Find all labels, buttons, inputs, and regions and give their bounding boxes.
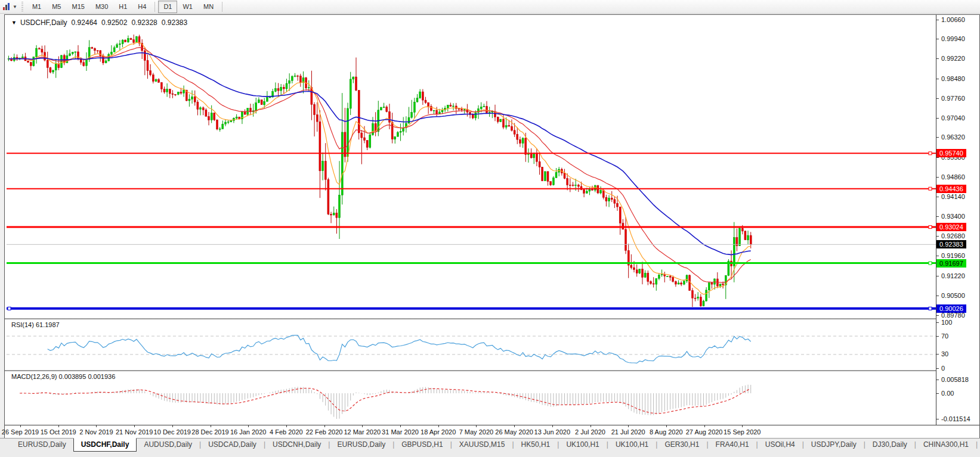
level-price-label-0.94436: 0.94436 bbox=[936, 185, 966, 193]
date-tick bbox=[742, 425, 743, 427]
date-tick bbox=[476, 425, 477, 427]
rsi-chart bbox=[7, 319, 936, 370]
timeframe-button-mn[interactable]: MN bbox=[198, 1, 219, 13]
price-tick-0.99220: 0.99220 bbox=[936, 55, 965, 63]
date-label-21-jul-2020: 21 Jul 2020 bbox=[611, 428, 645, 436]
price-tick-0.97760: 0.97760 bbox=[936, 95, 965, 102]
date-label-27-aug-2020: 27 Aug 2020 bbox=[686, 428, 723, 436]
tab-eurusd-daily[interactable]: EURUSD,Daily bbox=[330, 439, 392, 451]
date-label-15-oct-2019: 15 Oct 2019 bbox=[41, 428, 76, 436]
timeframe-button-m30[interactable]: M30 bbox=[90, 1, 113, 13]
price-tick-1.00660: 1.00660 bbox=[936, 16, 965, 24]
rsi-pane[interactable]: RSI(14) 61.1987 bbox=[7, 319, 936, 370]
timeframe-button-w1[interactable]: W1 bbox=[177, 1, 198, 13]
tab-eurusd-daily[interactable]: EURUSD,Daily bbox=[11, 439, 73, 451]
price-tick-0.92680: 0.92680 bbox=[936, 232, 965, 240]
date-tick bbox=[362, 425, 363, 427]
date-label-28-dec-2019: 28 Dec 2019 bbox=[191, 428, 228, 436]
chart-periods-glyph bbox=[2, 2, 11, 11]
macd-tick--0.011514: -0.011514 bbox=[936, 415, 970, 423]
candlestick-chart bbox=[7, 15, 936, 318]
time-axis[interactable]: 26 Sep 201915 Oct 20192 Nov 201921 Nov 2… bbox=[5, 425, 979, 438]
level-price-label-0.93024: 0.93024 bbox=[936, 223, 966, 231]
date-label-22-feb-2020: 22 Feb 2020 bbox=[306, 428, 343, 436]
tab-china300-h1[interactable]: CHINA300,H1 bbox=[916, 439, 976, 451]
price-pane[interactable]: ▼ USDCHF,Daily 0.92464 0.92502 0.92328 0… bbox=[7, 15, 936, 318]
macd-chart bbox=[7, 371, 936, 425]
tab-dj30-daily[interactable]: DJ30,Daily bbox=[865, 439, 914, 451]
toolbar-separator bbox=[154, 2, 155, 12]
timeframe-button-d1[interactable]: D1 bbox=[158, 1, 177, 13]
tab-hk50-h1[interactable]: HK50,H1 bbox=[514, 439, 558, 451]
rsi-label: RSI(14) 61.1987 bbox=[11, 321, 60, 328]
tab-audusd-daily[interactable]: AUDUSD,Daily bbox=[137, 439, 199, 451]
macd-pane[interactable]: MACD(12,26,9) 0.003895 0.001936 bbox=[7, 371, 936, 425]
rsi-tick-70: 70 bbox=[936, 332, 948, 340]
date-tick bbox=[58, 425, 59, 427]
timeframe-toolbar: ▼ M1M5M15M30H1H4D1W1MN bbox=[0, 0, 980, 14]
tab-uk100-h1[interactable]: UK100,H1 bbox=[559, 439, 606, 451]
date-tick bbox=[438, 425, 439, 427]
toolbar-drag-handle[interactable] bbox=[21, 2, 23, 11]
date-tick bbox=[134, 425, 135, 427]
date-tick bbox=[552, 425, 553, 427]
tab-fra40-h1[interactable]: FRA40,H1 bbox=[709, 439, 756, 451]
chart-subwindow: ▼ USDCHF,Daily 0.92464 0.92502 0.92328 0… bbox=[4, 14, 980, 439]
chart-periods-icon[interactable] bbox=[2, 2, 11, 11]
tab-usdchf-daily[interactable]: USDCHF,Daily bbox=[73, 438, 137, 452]
tab-ger30-h1[interactable]: GER30,H1 bbox=[657, 439, 706, 451]
date-tick bbox=[591, 425, 591, 427]
timeframe-button-m1[interactable]: M1 bbox=[27, 1, 47, 13]
timeframe-button-h1[interactable]: H1 bbox=[113, 1, 132, 13]
date-tick bbox=[324, 425, 325, 427]
price-tick-0.97040: 0.97040 bbox=[936, 114, 965, 122]
tab-gbpusd-h1[interactable]: GBPUSD,H1 bbox=[394, 439, 450, 451]
date-tick bbox=[248, 425, 249, 427]
timeframe-button-m15[interactable]: M15 bbox=[66, 1, 89, 13]
date-label-21-nov-2019: 21 Nov 2019 bbox=[116, 428, 153, 436]
tab-usoil-h[interactable]: USOil,H bbox=[978, 439, 980, 451]
price-tick-0.90500: 0.90500 bbox=[936, 292, 965, 300]
date-label-13-jun-2020: 13 Jun 2020 bbox=[534, 428, 571, 436]
price-tick-0.94860: 0.94860 bbox=[936, 173, 965, 181]
level-price-label-0.95740: 0.95740 bbox=[936, 149, 966, 157]
price-tick-0.96320: 0.96320 bbox=[936, 133, 965, 141]
rsi-tick-100: 100 bbox=[936, 319, 952, 327]
mt4-window: ▼ M1M5M15M30H1H4D1W1MN ▼ USDCHF,Daily 0.… bbox=[0, 0, 980, 457]
tab-usdcad-daily[interactable]: USDCAD,Daily bbox=[201, 439, 264, 451]
timeframe-buttons: M1M5M15M30H1H4D1W1MN bbox=[27, 1, 225, 13]
price-axis[interactable]: 1.006600.999400.992200.984800.977600.970… bbox=[936, 15, 979, 425]
rsi-tick-0: 0 bbox=[936, 365, 945, 372]
chart-title-open: 0.92464 bbox=[72, 18, 97, 27]
price-tick-0.99940: 0.99940 bbox=[936, 35, 965, 43]
rsi-tick-30: 30 bbox=[936, 350, 948, 358]
tab-usdjpy-daily[interactable]: USDJPY,Daily bbox=[804, 439, 864, 451]
date-tick bbox=[628, 425, 629, 427]
macd-tick-0.00: 0.00 bbox=[936, 390, 954, 397]
date-label-7-may-2020: 7 May 2020 bbox=[459, 428, 493, 436]
tab-usdcnh-daily[interactable]: USDCNH,Daily bbox=[265, 439, 328, 451]
tab-xauusd-m15[interactable]: XAUUSD,M15 bbox=[452, 439, 512, 451]
tab-uk100-h1[interactable]: UK100,H1 bbox=[608, 439, 656, 451]
title-dropdown-icon[interactable]: ▼ bbox=[11, 20, 17, 26]
date-label-15-sep-2020: 15 Sep 2020 bbox=[724, 428, 760, 436]
toolbar-separator bbox=[222, 2, 222, 12]
toolbar-dropdown-icon[interactable]: ▼ bbox=[13, 4, 17, 10]
chart-title: ▼ USDCHF,Daily 0.92464 0.92502 0.92328 0… bbox=[11, 18, 191, 27]
level-price-label-0.90026: 0.90026 bbox=[936, 304, 966, 313]
date-label-26-sep-2019: 26 Sep 2019 bbox=[2, 428, 39, 436]
date-tick bbox=[514, 425, 515, 427]
level-price-label-0.91697: 0.91697 bbox=[936, 259, 966, 268]
timeframe-button-h4[interactable]: H4 bbox=[132, 1, 152, 13]
date-tick bbox=[400, 425, 401, 427]
price-tick-0.98480: 0.98480 bbox=[936, 75, 965, 83]
date-tick bbox=[211, 425, 211, 427]
date-label-18-apr-2020: 18 Apr 2020 bbox=[421, 428, 456, 436]
price-tick-0.93400: 0.93400 bbox=[936, 213, 965, 220]
tab-usoil-h4[interactable]: USOil,H4 bbox=[758, 439, 802, 451]
chart-title-symbol: USDCHF,Daily bbox=[20, 18, 67, 27]
date-tick bbox=[96, 425, 97, 427]
date-label-2-jul-2020: 2 Jul 2020 bbox=[575, 428, 605, 436]
timeframe-button-m5[interactable]: M5 bbox=[47, 1, 66, 13]
macd-tick-0.005818: 0.005818 bbox=[936, 376, 969, 384]
